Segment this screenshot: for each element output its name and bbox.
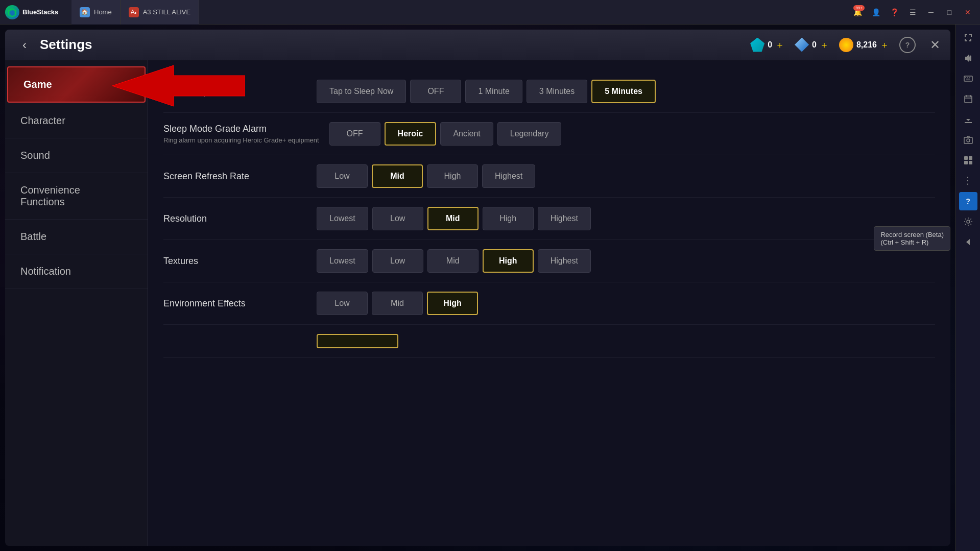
svg-point-18: [967, 220, 970, 223]
help-sidebar-btn[interactable]: ?: [959, 192, 977, 210]
extra-btn[interactable]: [317, 334, 398, 348]
refresh-highest-button[interactable]: Highest: [482, 164, 535, 188]
textures-lowest-button[interactable]: Lowest: [317, 249, 368, 273]
home-tab-icon: 🏠: [80, 7, 90, 17]
scheduler-btn[interactable]: [959, 90, 977, 108]
game-tab-label: A3 STILL ALIVE: [143, 8, 190, 16]
sleep-tap-now-button[interactable]: Tap to Sleep Now: [317, 80, 406, 103]
extra-controls: [317, 334, 398, 348]
home-tab[interactable]: 🏠 Home: [71, 0, 121, 25]
svg-rect-5: [967, 78, 968, 79]
back-sidebar-btn[interactable]: [959, 233, 977, 251]
nav-item-sound[interactable]: Sound: [5, 138, 148, 173]
refresh-rate-row: Screen Refresh Rate Low Mid High Highest: [163, 155, 935, 198]
bluestacks-icon: [5, 5, 19, 19]
alarm-legendary-button[interactable]: Legendary: [497, 122, 562, 146]
env-mid-button[interactable]: Mid: [372, 292, 423, 315]
settings-nav: Game Character Sound ConvenienceFunction…: [5, 60, 148, 546]
environment-effects-row: Environment Effects Low Mid High: [163, 282, 935, 325]
refresh-high-button[interactable]: High: [427, 164, 478, 188]
resolution-lowest-button[interactable]: Lowest: [317, 207, 368, 230]
diamond-icon: [795, 38, 809, 52]
gold-currency: 8,216 ＋: [839, 38, 889, 52]
gem-add-button[interactable]: ＋: [775, 39, 784, 51]
resolution-low-button[interactable]: Low: [372, 207, 423, 230]
grade-alarm-row: Sleep Mode Grade Alarm Ring alarm upon a…: [163, 113, 935, 155]
alarm-ancient-button[interactable]: Ancient: [440, 122, 493, 146]
gem-currency: 0 ＋: [750, 38, 784, 52]
diamond-add-button[interactable]: ＋: [820, 39, 829, 51]
home-tab-label: Home: [94, 8, 112, 16]
alarm-heroic-button[interactable]: Heroic: [385, 122, 437, 146]
sleep-mode-label: Auto Sleep Mode: [163, 86, 306, 97]
sleep-1min-button[interactable]: 1 Minute: [465, 80, 522, 103]
settings-title: Settings: [40, 37, 92, 53]
settings-back-button[interactable]: ‹: [15, 36, 34, 54]
environment-effects-controls: Low Mid High: [317, 292, 478, 315]
svg-rect-12: [964, 137, 972, 143]
help-btn[interactable]: ❓: [886, 4, 902, 20]
nav-item-notification[interactable]: Notification: [5, 254, 148, 289]
game-area: ‹ Settings 0 ＋ 0 ＋: [0, 25, 980, 551]
screenshot-btn[interactable]: [959, 131, 977, 149]
sleep-mode-row: Auto Sleep Mode Tap to Sleep Now OFF 1 M…: [163, 70, 935, 113]
nav-game-label: Game: [23, 79, 52, 90]
settings-close-button[interactable]: ✕: [930, 38, 940, 52]
sleep-5min-button[interactable]: 5 Minutes: [591, 80, 656, 103]
refresh-low-button[interactable]: Low: [317, 164, 368, 188]
resolution-mid-button[interactable]: Mid: [427, 207, 479, 230]
keyboard-btn[interactable]: [959, 69, 977, 88]
textures-highest-button[interactable]: Highest: [538, 249, 591, 273]
tooltip-shortcut: (Ctrl + Shift + R): [880, 238, 944, 246]
maximize-btn[interactable]: □: [941, 4, 958, 20]
macro-btn[interactable]: [959, 151, 977, 170]
nav-battle-label: Battle: [20, 231, 46, 242]
sleep-3min-button[interactable]: 3 Minutes: [527, 80, 587, 103]
notification-btn[interactable]: 🔔 99+: [849, 4, 866, 20]
more-options-btn[interactable]: ⋯: [959, 172, 977, 190]
right-sidebar: ⋯ ?: [955, 25, 980, 551]
env-high-button[interactable]: High: [427, 292, 478, 315]
settings-content: Auto Sleep Mode Tap to Sleep Now OFF 1 M…: [148, 60, 950, 546]
alarm-off-button[interactable]: OFF: [329, 122, 380, 146]
textures-high-button[interactable]: High: [483, 249, 534, 273]
game-tab-icon: A₃: [129, 7, 139, 17]
resolution-row: Resolution Lowest Low Mid High Highest: [163, 198, 935, 240]
resolution-high-button[interactable]: High: [483, 207, 534, 230]
main-layout: ‹ Settings 0 ＋ 0 ＋: [0, 25, 980, 551]
nav-item-game[interactable]: Game: [7, 66, 146, 103]
settings-header: ‹ Settings 0 ＋ 0 ＋: [5, 30, 950, 60]
close-btn[interactable]: ✕: [960, 4, 976, 20]
nav-item-convenience[interactable]: ConvenienceFunctions: [5, 173, 148, 220]
resolution-controls: Lowest Low Mid High Highest: [317, 207, 591, 230]
menu-btn[interactable]: ☰: [904, 4, 921, 20]
sleep-off-button[interactable]: OFF: [410, 80, 461, 103]
fullscreen-btn[interactable]: [959, 29, 977, 47]
gem-icon: [750, 38, 764, 52]
grade-alarm-sub-label: Ring alarm upon acquiring Heroic Grade+ …: [163, 136, 319, 144]
textures-mid-button[interactable]: Mid: [427, 249, 479, 273]
svg-rect-17: [969, 161, 972, 164]
nav-item-character[interactable]: Character: [5, 104, 148, 138]
in-game-help-button[interactable]: ?: [899, 37, 916, 53]
textures-low-button[interactable]: Low: [372, 249, 423, 273]
nav-character-label: Character: [20, 115, 65, 126]
minimize-btn[interactable]: ─: [923, 4, 939, 20]
import-apk-btn[interactable]: [959, 110, 977, 129]
env-low-button[interactable]: Low: [317, 292, 368, 315]
gold-value: 8,216: [856, 40, 877, 50]
svg-rect-16: [964, 161, 968, 164]
settings-sidebar-btn[interactable]: [959, 212, 977, 231]
account-btn[interactable]: 👤: [868, 4, 884, 20]
game-tab[interactable]: A₃ A3 STILL ALIVE: [121, 0, 199, 25]
grade-alarm-label: Sleep Mode Grade Alarm Ring alarm upon a…: [163, 124, 319, 144]
record-screen-tooltip: Record screen (Beta) (Ctrl + Shift + R): [874, 226, 950, 251]
nav-item-battle[interactable]: Battle: [5, 220, 148, 254]
nav-convenience-label: ConvenienceFunctions: [20, 184, 80, 207]
diamond-currency: 0 ＋: [795, 38, 829, 52]
volume-btn[interactable]: [959, 49, 977, 67]
resolution-highest-button[interactable]: Highest: [538, 207, 591, 230]
gold-add-button[interactable]: ＋: [880, 39, 889, 51]
refresh-mid-button[interactable]: Mid: [372, 164, 423, 188]
gold-icon: [839, 38, 853, 52]
